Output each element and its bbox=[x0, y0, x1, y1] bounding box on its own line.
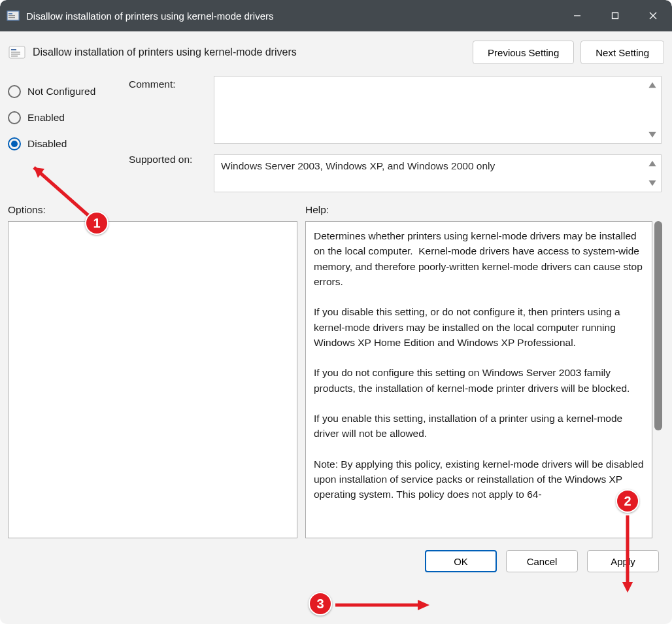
svg-marker-15 bbox=[648, 161, 656, 166]
svg-rect-9 bbox=[11, 49, 16, 50]
radio-label: Not Configured bbox=[27, 86, 95, 97]
radio-disabled[interactable]: Disabled bbox=[8, 131, 129, 157]
policy-header: Disallow installation of printers using … bbox=[0, 31, 672, 69]
annotation-badge-3: 3 bbox=[309, 592, 332, 615]
annotation-arrow-3 bbox=[330, 595, 435, 615]
supported-on-label: Supported on: bbox=[129, 154, 214, 180]
panes-row: Determines whether printers using kernel… bbox=[0, 221, 672, 538]
ok-button[interactable]: OK bbox=[425, 550, 497, 572]
svg-rect-2 bbox=[8, 15, 15, 16]
scroll-down-icon[interactable] bbox=[648, 130, 657, 139]
svg-marker-16 bbox=[648, 181, 656, 186]
supported-on-value: Windows Server 2003, Windows XP, and Win… bbox=[221, 160, 495, 172]
svg-rect-3 bbox=[8, 17, 15, 18]
comment-label: Comment: bbox=[129, 78, 214, 105]
scrollbar-thumb[interactable] bbox=[654, 221, 662, 430]
help-scrollbar[interactable] bbox=[652, 221, 664, 538]
close-button[interactable] bbox=[634, 0, 672, 31]
policy-icon bbox=[8, 43, 26, 61]
policy-window-icon bbox=[7, 9, 20, 22]
svg-marker-22 bbox=[418, 600, 429, 610]
maximize-button[interactable] bbox=[596, 0, 634, 31]
svg-rect-1 bbox=[8, 13, 12, 14]
settings-grid: Not Configured Enabled Disabled Comment:… bbox=[0, 69, 672, 192]
next-setting-button[interactable]: Next Setting bbox=[580, 41, 664, 64]
help-pane: Determines whether printers using kernel… bbox=[305, 221, 652, 538]
content-area: Disallow installation of printers using … bbox=[0, 31, 672, 624]
scroll-down-icon[interactable] bbox=[648, 179, 657, 188]
svg-rect-10 bbox=[11, 52, 20, 53]
cancel-button[interactable]: Cancel bbox=[506, 550, 578, 572]
scroll-up-icon[interactable] bbox=[648, 80, 657, 90]
apply-button[interactable]: Apply bbox=[587, 550, 659, 572]
radio-icon bbox=[8, 85, 21, 98]
minimize-button[interactable] bbox=[558, 0, 596, 31]
svg-rect-11 bbox=[11, 54, 20, 55]
svg-marker-13 bbox=[648, 82, 656, 88]
help-label: Help: bbox=[305, 204, 664, 216]
section-labels: Options: Help: bbox=[0, 192, 672, 221]
radio-not-configured[interactable]: Not Configured bbox=[8, 78, 129, 105]
svg-rect-5 bbox=[613, 13, 618, 19]
options-pane bbox=[8, 221, 297, 538]
options-label: Options: bbox=[8, 204, 305, 216]
radio-icon bbox=[8, 137, 21, 150]
radio-label: Enabled bbox=[27, 112, 65, 124]
supported-on-textbox: Windows Server 2003, Windows XP, and Win… bbox=[214, 154, 662, 192]
help-text: Determines whether printers using kernel… bbox=[306, 222, 652, 509]
radio-icon bbox=[8, 111, 21, 124]
svg-rect-12 bbox=[11, 56, 18, 57]
radio-enabled[interactable]: Enabled bbox=[8, 105, 129, 131]
radio-label: Disabled bbox=[27, 138, 67, 150]
titlebar: Disallow installation of printers using … bbox=[0, 0, 672, 31]
scroll-up-icon[interactable] bbox=[648, 159, 657, 168]
footer-buttons: OK Cancel Apply bbox=[0, 538, 672, 572]
window-title: Disallow installation of printers using … bbox=[26, 10, 558, 22]
svg-marker-14 bbox=[648, 132, 656, 137]
previous-setting-button[interactable]: Previous Setting bbox=[473, 41, 574, 64]
policy-title: Disallow installation of printers using … bbox=[33, 46, 466, 58]
svg-marker-20 bbox=[622, 582, 633, 593]
comment-textbox[interactable] bbox=[214, 76, 662, 144]
